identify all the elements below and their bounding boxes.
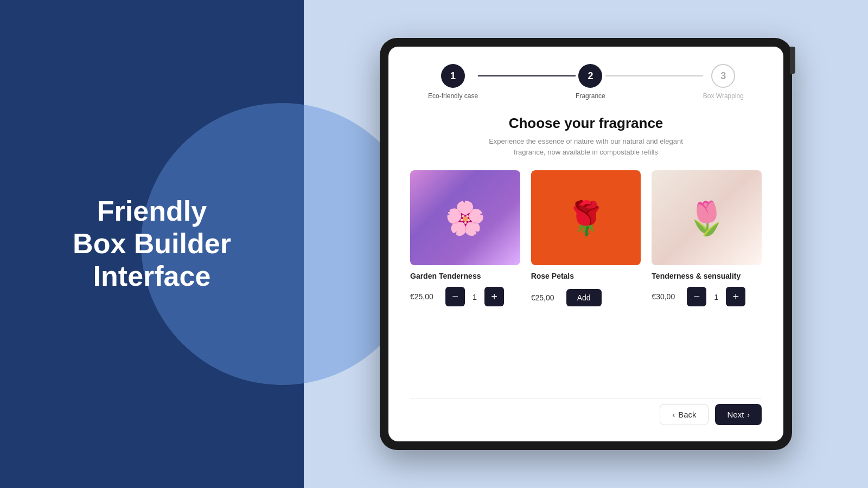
step-3: 3 Box Wrapping bbox=[703, 64, 744, 100]
step-2: 2 Fragrance bbox=[576, 64, 605, 100]
bottom-nav: ‹ Back Next › bbox=[410, 398, 762, 428]
tablet-screen: 1 Eco-friendly case 2 Fragrance bbox=[388, 47, 783, 441]
product-price-tenderness: €30,00 bbox=[652, 292, 681, 301]
product-card-garden: Garden Tenderness €25,00 − 1 + bbox=[410, 170, 520, 306]
step-2-label: Fragrance bbox=[576, 92, 605, 100]
back-button[interactable]: ‹ Back bbox=[660, 404, 709, 425]
product-price-rose: €25,00 bbox=[531, 293, 561, 302]
product-controls-tenderness: €30,00 − 1 + bbox=[652, 287, 762, 306]
stepper: 1 Eco-friendly case 2 Fragrance bbox=[410, 64, 762, 100]
step-line-1 bbox=[478, 75, 576, 76]
step-1-label: Eco-friendly case bbox=[428, 92, 478, 100]
product-price-garden: €25,00 bbox=[410, 292, 440, 301]
product-card-rose: Rose Petals €25,00 Add bbox=[531, 170, 641, 306]
section-title: Choose your fragrance bbox=[410, 115, 762, 132]
product-name-rose: Rose Petals bbox=[531, 272, 641, 280]
step-1-circle: 1 bbox=[441, 64, 465, 88]
product-controls-rose: €25,00 Add bbox=[531, 289, 641, 306]
tablet-frame: 1 Eco-friendly case 2 Fragrance bbox=[380, 38, 792, 450]
product-name-garden: Garden Tenderness bbox=[410, 272, 520, 280]
next-button[interactable]: Next › bbox=[715, 404, 762, 425]
increment-btn-garden[interactable]: + bbox=[484, 287, 504, 306]
product-card-tenderness: Tenderness & sensuality €30,00 − 1 + bbox=[652, 170, 762, 306]
step-1: 1 Eco-friendly case bbox=[428, 64, 478, 100]
step-line-2 bbox=[605, 75, 703, 76]
qty-value-garden: 1 bbox=[470, 292, 479, 301]
right-panel: 1 Eco-friendly case 2 Fragrance bbox=[304, 0, 868, 488]
product-image-tenderness bbox=[652, 170, 762, 265]
decrement-btn-garden[interactable]: − bbox=[445, 287, 465, 306]
increment-btn-tenderness[interactable]: + bbox=[726, 287, 745, 306]
tablet-notch bbox=[790, 47, 795, 74]
qty-value-tenderness: 1 bbox=[712, 292, 720, 301]
step-2-circle: 2 bbox=[578, 64, 602, 88]
step-3-circle: 3 bbox=[711, 64, 735, 88]
product-name-tenderness: Tenderness & sensuality bbox=[652, 272, 762, 280]
product-grid: Garden Tenderness €25,00 − 1 + Rose Peta… bbox=[410, 170, 762, 306]
product-image-garden bbox=[410, 170, 520, 265]
content-area: 1 Eco-friendly case 2 Fragrance bbox=[388, 47, 783, 441]
section-subtitle: Experience the essence of nature with ou… bbox=[410, 136, 762, 157]
decrement-btn-tenderness[interactable]: − bbox=[687, 287, 706, 306]
product-controls-garden: €25,00 − 1 + bbox=[410, 287, 520, 306]
next-chevron-icon: › bbox=[747, 410, 750, 419]
add-btn-rose[interactable]: Add bbox=[566, 289, 602, 306]
step-3-label: Box Wrapping bbox=[703, 92, 744, 100]
left-title: Friendly Box Builder Interface bbox=[51, 195, 253, 292]
left-panel: Friendly Box Builder Interface bbox=[0, 0, 304, 488]
product-image-rose bbox=[531, 170, 641, 265]
back-chevron-icon: ‹ bbox=[672, 410, 675, 419]
